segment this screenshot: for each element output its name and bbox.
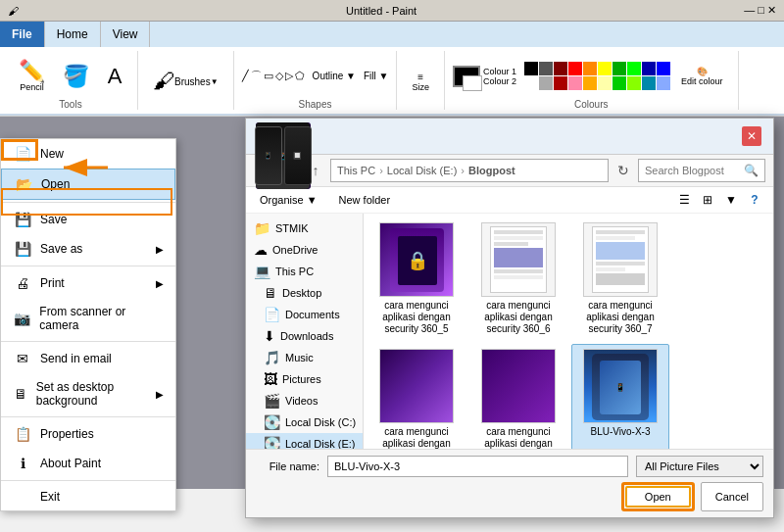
file-item-2[interactable]: cara mengunci aplikasi dengan security 3… <box>571 218 669 340</box>
view-help-btn[interactable]: ? <box>744 190 765 210</box>
dialog-secondary-toolbar: Organise ▼ New folder ☰ ⊞ ▼ ? <box>246 187 773 214</box>
file-thumb-2 <box>583 222 658 297</box>
file-name-2: cara mengunci aplikasi dengan security 3… <box>576 300 664 335</box>
dialog-nav-toolbar: ← → ↑ This PC › Local Disk (E:) › Blogpo… <box>246 155 773 187</box>
organise-button[interactable]: Organise ▼ <box>254 192 323 208</box>
desktop-sidebar-icon: 🖥 <box>264 285 277 301</box>
file-thumb-4: 🔒 <box>481 349 556 423</box>
onedrive-icon: ☁ <box>254 242 268 258</box>
view-grid-btn[interactable]: ⊞ <box>697 190 718 210</box>
file-item-3[interactable]: 🔐 cara mengunci aplikasi dengan security… <box>368 344 466 449</box>
filename-label: File name: <box>256 460 319 472</box>
breadcrumb-this-pc[interactable]: This PC <box>337 165 375 176</box>
open-button-highlight: Open <box>621 482 695 511</box>
downloads-icon: ⬇ <box>264 328 275 344</box>
refresh-button[interactable]: ↻ <box>612 160 634 181</box>
open-button[interactable]: Open <box>625 486 691 508</box>
breadcrumb-blogpost[interactable]: Blogpost <box>468 165 515 176</box>
dialog-buttons: Open Cancel <box>256 482 763 511</box>
file-item-1[interactable]: cara mengunci aplikasi dengan security 3… <box>469 218 567 340</box>
sidebar-item-local-disk-c[interactable]: 💽 Local Disk (C:) <box>246 411 363 433</box>
sidebar-item-pictures[interactable]: 🖼 Pictures <box>246 368 363 390</box>
dialog-overlay: 📂 Open ✕ ← → ↑ This PC › Local Disk (E:)… <box>0 0 784 532</box>
sidebar-item-this-pc[interactable]: 💻 This PC <box>246 261 363 282</box>
stmik-icon: 📁 <box>254 220 270 236</box>
videos-icon: 🎬 <box>264 393 280 409</box>
filename-row: File name: All Picture Files <box>256 456 763 477</box>
sidebar-item-stmik[interactable]: 📁 STMIK <box>246 218 363 239</box>
search-icon: 🔍 <box>744 164 759 177</box>
filename-input[interactable] <box>327 456 628 477</box>
sidebar-item-music[interactable]: 🎵 Music <box>246 347 363 368</box>
file-grid: 🔒 cara mengunci aplikasi dengan security… <box>364 214 773 449</box>
view-list-btn[interactable]: ☰ <box>673 190 695 210</box>
new-folder-button[interactable]: New folder <box>331 192 399 208</box>
file-name-0: cara mengunci aplikasi dengan security 3… <box>372 300 461 335</box>
cancel-button[interactable]: Cancel <box>701 482 763 511</box>
sidebar-item-documents[interactable]: 📄 Documents <box>246 304 363 325</box>
disk-e-icon: 💽 <box>264 436 280 449</box>
file-name-3: cara mengunci aplikasi dengan security 3… <box>372 426 461 449</box>
music-icon: 🎵 <box>264 350 280 365</box>
breadcrumb-local-disk[interactable]: Local Disk (E:) <box>387 165 458 176</box>
file-item-4[interactable]: 🔒 cara mengunci aplikasi dengan security… <box>469 344 567 449</box>
file-item-0[interactable]: 🔒 cara mengunci aplikasi dengan security… <box>368 218 466 340</box>
sidebar-item-videos[interactable]: 🎬 Videos <box>246 390 363 411</box>
search-input[interactable] <box>645 165 744 176</box>
file-name-4: cara mengunci aplikasi dengan security 3… <box>474 426 563 449</box>
file-item-5[interactable]: 📱 BLU-Vivo-X-3 <box>571 344 669 449</box>
view-buttons: ☰ ⊞ ▼ ? <box>673 190 765 210</box>
sidebar-item-desktop[interactable]: 🖥 Desktop <box>246 282 363 304</box>
sidebar-item-local-disk-e[interactable]: 💽 Local Disk (E:) <box>246 433 363 449</box>
pictures-icon: 🖼 <box>264 371 277 387</box>
dialog-sidebar: 📁 STMIK ☁ OneDrive 💻 This PC 🖥 Desktop 📄 <box>246 214 364 449</box>
dialog-title-bar: 📂 Open ✕ <box>246 119 773 155</box>
breadcrumb-bar: This PC › Local Disk (E:) › Blogpost <box>330 159 609 182</box>
search-box: 🔍 <box>638 159 765 182</box>
dialog-bottom: File name: All Picture Files Open Cancel <box>246 449 773 517</box>
this-pc-icon: 💻 <box>254 264 270 279</box>
organise-chevron-icon: ▼ <box>307 194 318 206</box>
dialog-close-button[interactable]: ✕ <box>742 126 761 146</box>
file-name-5: BLU-Vivo-X-3 <box>591 426 651 438</box>
file-thumb-3: 🔐 <box>379 349 454 423</box>
open-dialog: 📂 Open ✕ ← → ↑ This PC › Local Disk (E:)… <box>245 118 774 518</box>
file-thumb-0: 🔒 <box>379 222 454 297</box>
sidebar-item-onedrive[interactable]: ☁ OneDrive <box>246 239 363 261</box>
disk-c-icon: 💽 <box>264 414 280 430</box>
dialog-body: 📁 STMIK ☁ OneDrive 💻 This PC 🖥 Desktop 📄 <box>246 214 773 449</box>
file-thumb-5: 📱 <box>583 349 658 423</box>
file-name-1: cara mengunci aplikasi dengan security 3… <box>474 300 563 335</box>
view-details-btn[interactable]: ▼ <box>720 190 742 210</box>
filetype-dropdown[interactable]: All Picture Files <box>636 456 763 477</box>
sidebar-item-downloads[interactable]: ⬇ Downloads <box>246 325 363 347</box>
documents-icon: 📄 <box>264 307 280 322</box>
file-thumb-1 <box>481 222 556 297</box>
